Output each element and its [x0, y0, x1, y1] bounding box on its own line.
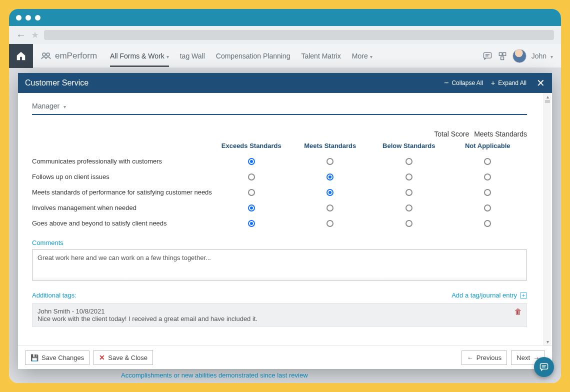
back-icon[interactable]: ← [16, 30, 26, 41]
svg-rect-7 [540, 364, 548, 369]
rating-radio[interactable] [406, 220, 412, 227]
chevron-down-icon: ▾ [550, 54, 553, 60]
rating-radio[interactable] [326, 189, 334, 196]
rating-radio[interactable] [248, 204, 255, 212]
nav-all-forms[interactable]: All Forms & Work▾ [110, 45, 169, 67]
rating-radio[interactable] [484, 220, 491, 227]
vertical-scrollbar[interactable]: ▴ ▾ [544, 93, 551, 346]
rating-table: Exceeds Standards Meets Standards Below … [32, 142, 527, 227]
chat-fab[interactable] [534, 357, 554, 377]
rating-radio[interactable] [326, 174, 334, 180]
rating-row: Communicates professionally with custome… [32, 158, 527, 165]
rating-radio[interactable] [484, 204, 491, 212]
modal-dialog: Customer Service −Collapse All +Expand A… [18, 73, 552, 369]
modal-header-actions: −Collapse All +Expand All ✕ [444, 77, 545, 89]
rating-radio[interactable] [484, 189, 491, 196]
tag-entry: 🗑 John Smith - 10/8/2021 Nice work with … [32, 303, 527, 327]
chevron-down-icon: ▾ [166, 54, 169, 60]
role-selector[interactable]: Manager ▾ [32, 102, 527, 115]
org-chart-icon[interactable] [498, 51, 508, 61]
rating-radio[interactable] [326, 220, 334, 227]
rating-radio[interactable] [326, 158, 334, 165]
radio-cell [370, 220, 448, 227]
chevron-down-icon: ▾ [64, 104, 66, 110]
modal-footer: 💾 Save Changes ✕ Save & Close ←Previous … [18, 346, 552, 369]
rating-radio[interactable] [326, 204, 334, 212]
rating-radio[interactable] [248, 174, 255, 180]
rating-radio[interactable] [248, 220, 255, 227]
close-icon[interactable]: ✕ [536, 77, 545, 89]
radio-cell [291, 189, 370, 196]
app-topbar: emPerform All Forms & Work▾ tag Wall Com… [9, 44, 561, 68]
rating-row: Involves management when needed [32, 204, 527, 212]
criteria-label: Communicates professionally with custome… [32, 158, 212, 165]
comments-textarea[interactable]: Great work here and we can work on a few… [32, 250, 527, 280]
collapse-all-button[interactable]: −Collapse All [444, 78, 483, 88]
rating-radio[interactable] [484, 174, 491, 180]
col-meets: Meets Standards [291, 142, 370, 150]
dot-max[interactable] [35, 15, 40, 20]
col-na: Not Applicable [448, 142, 528, 150]
app-logo: emPerform [40, 50, 97, 62]
radio-cell [212, 189, 291, 196]
previous-button[interactable]: ←Previous [462, 350, 508, 365]
nav-compensation[interactable]: Compensation Planning [216, 45, 290, 67]
add-entry-icon [520, 292, 527, 299]
dot-min[interactable] [26, 15, 31, 20]
radio-cell [370, 158, 448, 165]
dot-close[interactable] [16, 15, 22, 20]
favorite-icon[interactable]: ★ [31, 30, 39, 40]
rating-radio[interactable] [248, 189, 255, 196]
arrow-left-icon: ← [467, 354, 474, 362]
home-button[interactable] [9, 44, 33, 68]
scroll-up-icon[interactable]: ▴ [546, 94, 550, 100]
radio-cell [448, 189, 528, 196]
rating-head-row: Exceeds Standards Meets Standards Below … [32, 142, 527, 150]
plus-icon: + [491, 79, 495, 87]
chevron-down-icon: ▾ [370, 54, 372, 60]
browser-toolbar: ← ★ [9, 26, 561, 44]
total-score: Total Score Meets Standards [32, 130, 527, 138]
rating-radio[interactable] [406, 204, 412, 212]
chat-icon[interactable] [482, 51, 492, 61]
modal-body: ▴ ▾ Manager ▾ Total Score Meets Standard… [18, 93, 552, 346]
svg-rect-2 [484, 52, 491, 58]
rating-radio[interactable] [406, 158, 412, 165]
radio-cell [448, 204, 528, 212]
app-area: emPerform All Forms & Work▾ tag Wall Com… [9, 44, 561, 383]
rating-radio[interactable] [484, 158, 491, 165]
criteria-label: Involves management when needed [32, 204, 212, 212]
radio-cell [370, 189, 448, 196]
nav: All Forms & Work▾ tag Wall Compensation … [110, 45, 372, 67]
close-x-icon: ✕ [99, 354, 105, 362]
radio-cell [212, 204, 291, 212]
svg-point-0 [42, 53, 46, 56]
nav-more[interactable]: More▾ [352, 45, 372, 67]
radio-cell [370, 204, 448, 212]
rating-radio[interactable] [248, 158, 255, 165]
scrollbar-thumb[interactable] [545, 100, 550, 103]
avatar[interactable] [512, 49, 526, 63]
crit-head-spacer [32, 142, 212, 150]
username[interactable]: John ▾ [532, 52, 553, 60]
nav-tag-wall[interactable]: tag Wall [180, 45, 205, 67]
trash-icon[interactable]: 🗑 [514, 308, 522, 316]
rating-row: Meets standards of performance for satis… [32, 188, 527, 196]
scroll-down-icon[interactable]: ▾ [546, 339, 550, 344]
home-icon [16, 50, 26, 62]
rating-radio[interactable] [406, 189, 412, 196]
url-bar[interactable] [44, 30, 554, 40]
comments-label: Comments [32, 239, 527, 246]
browser-frame: ← ★ emPerform All Forms & Work▾ tag Wall… [9, 9, 561, 383]
nav-talent-matrix[interactable]: Talent Matrix [301, 45, 340, 67]
radio-cell [212, 174, 291, 180]
add-tag-button[interactable]: Add a tag/journal entry [452, 292, 527, 299]
save-close-button[interactable]: ✕ Save & Close [94, 350, 153, 365]
radio-cell [291, 158, 370, 165]
save-changes-button[interactable]: 💾 Save Changes [25, 350, 90, 365]
radio-cell [448, 220, 528, 227]
rating-radio[interactable] [406, 174, 412, 180]
save-icon: 💾 [30, 354, 38, 362]
criteria-label: Meets standards of performance for satis… [32, 188, 212, 196]
expand-all-button[interactable]: +Expand All [491, 79, 526, 87]
